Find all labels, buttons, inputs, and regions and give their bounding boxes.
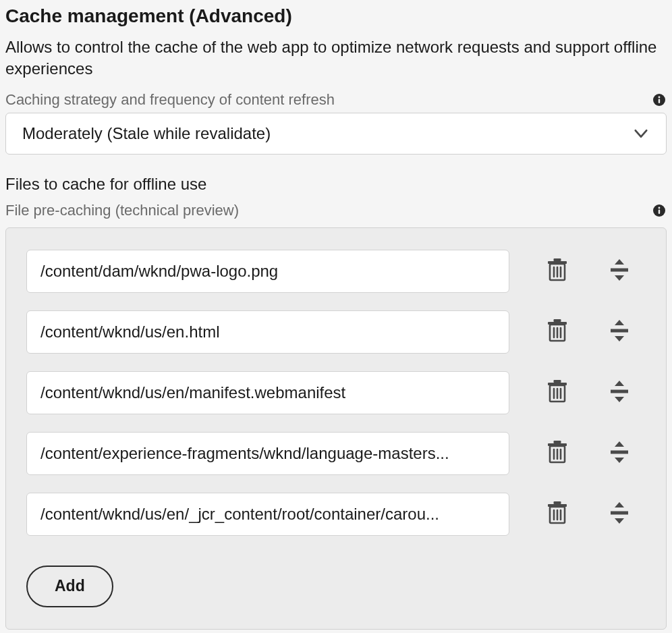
- file-path-input[interactable]: [26, 310, 509, 354]
- delete-button[interactable]: [547, 258, 567, 283]
- reorder-icon: [609, 381, 629, 404]
- file-row: [26, 310, 646, 354]
- trash-icon: [547, 258, 567, 283]
- reorder-handle[interactable]: [609, 320, 629, 343]
- trash-icon: [547, 319, 567, 344]
- svg-rect-2: [659, 99, 660, 103]
- reorder-handle[interactable]: [609, 441, 629, 465]
- precaching-label-row: File pre-caching (technical preview): [5, 202, 667, 223]
- file-row-actions: [547, 441, 629, 466]
- delete-button[interactable]: [547, 441, 567, 466]
- file-row-actions: [547, 501, 629, 526]
- reorder-icon: [609, 441, 629, 465]
- section-description: Allows to control the cache of the web a…: [5, 36, 667, 91]
- delete-button[interactable]: [547, 380, 567, 405]
- file-row: [26, 371, 646, 414]
- delete-button[interactable]: [547, 501, 567, 526]
- reorder-icon: [609, 259, 629, 283]
- info-icon[interactable]: [653, 204, 665, 217]
- file-row: [26, 250, 646, 293]
- trash-icon: [547, 441, 567, 466]
- offline-heading: Files to cache for offline use: [5, 175, 667, 202]
- reorder-handle[interactable]: [609, 502, 629, 526]
- strategy-label: Caching strategy and frequency of conten…: [5, 91, 335, 109]
- file-path-input[interactable]: [26, 371, 509, 414]
- info-icon[interactable]: [653, 94, 665, 106]
- file-row: [26, 493, 646, 536]
- cache-management-panel: Cache management (Advanced) Allows to co…: [0, 0, 672, 630]
- precaching-label: File pre-caching (technical preview): [5, 202, 239, 219]
- file-row-actions: [547, 258, 629, 283]
- reorder-icon: [609, 320, 629, 343]
- add-button[interactable]: Add: [26, 566, 113, 607]
- trash-icon: [547, 501, 567, 526]
- strategy-select[interactable]: Moderately (Stale while revalidate): [5, 113, 667, 155]
- svg-rect-5: [659, 209, 660, 213]
- file-row-actions: [547, 319, 629, 344]
- strategy-selected-value: Moderately (Stale while revalidate): [22, 124, 271, 143]
- svg-point-1: [659, 96, 661, 98]
- delete-button[interactable]: [547, 319, 567, 344]
- strategy-label-row: Caching strategy and frequency of conten…: [5, 91, 667, 113]
- reorder-handle[interactable]: [609, 259, 629, 283]
- file-path-input[interactable]: [26, 493, 509, 536]
- file-row-actions: [547, 380, 629, 405]
- reorder-handle[interactable]: [609, 381, 629, 404]
- section-title: Cache management (Advanced): [5, 5, 667, 36]
- file-row: [26, 432, 646, 475]
- file-path-input[interactable]: [26, 250, 509, 293]
- reorder-icon: [609, 502, 629, 526]
- trash-icon: [547, 380, 567, 405]
- svg-point-4: [659, 207, 661, 209]
- precaching-multifield: Add: [5, 227, 667, 630]
- strategy-select-wrap: Moderately (Stale while revalidate): [5, 113, 667, 155]
- file-path-input[interactable]: [26, 432, 509, 475]
